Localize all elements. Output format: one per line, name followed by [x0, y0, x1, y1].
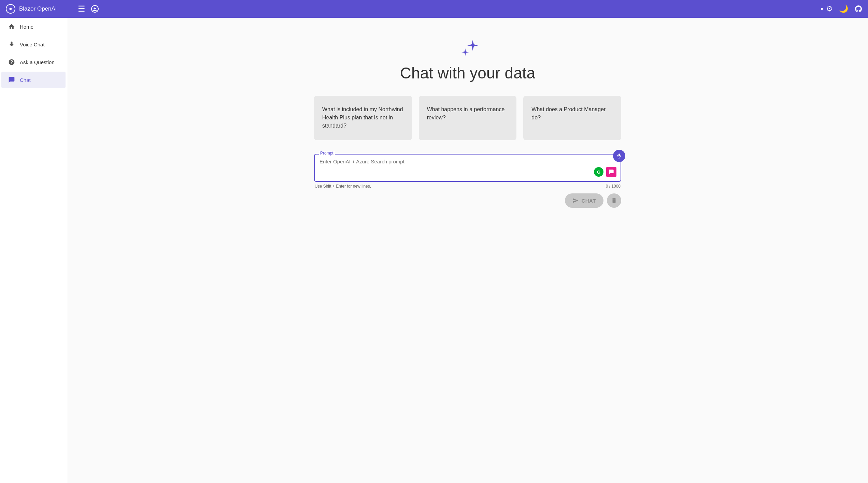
- sidebar-item-chat[interactable]: Chat: [1, 72, 66, 88]
- suggestion-card-2[interactable]: What happens in a performance review?: [419, 96, 517, 140]
- menu-icon[interactable]: ☰: [78, 4, 85, 14]
- github-icon[interactable]: [854, 5, 863, 13]
- sidebar: Home Voice Chat Ask a Question Chat: [0, 18, 67, 483]
- topnav: Blazor OpenAI ☰ ⚙ 🌙: [0, 0, 868, 18]
- sidebar-item-voice-chat-label: Voice Chat: [20, 42, 45, 47]
- send-icon: [572, 197, 579, 204]
- prompt-hint: Use Shift + Enter for new lines.: [315, 184, 371, 189]
- brand: Blazor OpenAI: [5, 4, 72, 14]
- page-title: Chat with your data: [400, 64, 535, 82]
- delete-button[interactable]: [607, 193, 621, 208]
- suggestion-text-1: What is included in my Northwind Health …: [322, 106, 403, 129]
- suggestion-cards: What is included in my Northwind Health …: [314, 96, 621, 140]
- sidebar-item-ask-question-label: Ask a Question: [20, 59, 55, 65]
- svg-point-1: [10, 8, 12, 10]
- mic-button[interactable]: [613, 150, 625, 162]
- char-count: 0 / 1000: [606, 184, 621, 189]
- chat-bubble-icon[interactable]: [606, 167, 616, 177]
- chat-button-label: CHAT: [581, 198, 596, 204]
- suggestion-text-3: What does a Product Manager do?: [531, 106, 606, 120]
- chat-button[interactable]: CHAT: [565, 193, 603, 208]
- sparkles-svg: [456, 38, 480, 60]
- home-icon: [8, 23, 15, 30]
- prompt-label: Prompt: [319, 151, 335, 156]
- topnav-icons: ⚙ 🌙: [818, 4, 863, 13]
- prompt-icons: G: [594, 167, 616, 177]
- svg-rect-4: [618, 153, 620, 156]
- brand-name: Blazor OpenAI: [19, 5, 57, 12]
- gear-icon[interactable]: ⚙: [818, 4, 833, 13]
- prompt-container: Prompt G: [314, 154, 621, 182]
- sidebar-item-home-label: Home: [20, 24, 33, 30]
- brand-logo: [5, 4, 16, 14]
- sidebar-item-home[interactable]: Home: [1, 18, 66, 35]
- layout: Home Voice Chat Ask a Question Chat: [0, 18, 868, 483]
- main-content: Chat with your data What is included in …: [67, 18, 868, 483]
- chat-icon: [8, 76, 15, 83]
- grammarly-icon[interactable]: G: [594, 167, 603, 177]
- moon-icon[interactable]: 🌙: [839, 4, 848, 13]
- suggestion-card-1[interactable]: What is included in my Northwind Health …: [314, 96, 412, 140]
- delete-icon: [611, 197, 617, 204]
- suggestion-text-2: What happens in a performance review?: [427, 106, 505, 120]
- prompt-area: Prompt G Use Shift + Enter for new lines…: [314, 154, 621, 208]
- voice-icon: [8, 41, 15, 48]
- suggestion-card-3[interactable]: What does a Product Manager do?: [523, 96, 621, 140]
- sidebar-item-ask-question[interactable]: Ask a Question: [1, 54, 66, 70]
- download-icon[interactable]: [91, 5, 99, 13]
- question-icon: [8, 59, 15, 65]
- action-buttons: CHAT: [314, 193, 621, 208]
- prompt-input[interactable]: [319, 159, 600, 176]
- sidebar-item-voice-chat[interactable]: Voice Chat: [1, 36, 66, 53]
- sidebar-item-chat-label: Chat: [20, 77, 31, 83]
- prompt-footer: Use Shift + Enter for new lines. 0 / 100…: [314, 184, 621, 189]
- sparkles: [456, 38, 480, 60]
